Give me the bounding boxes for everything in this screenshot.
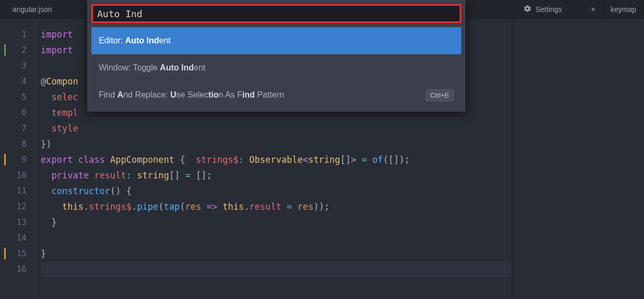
line-number: 15 [0,246,27,261]
tab-label: Settings [535,5,562,14]
line-number: 9 [0,152,27,168]
line-number: 2 [0,42,27,58]
command-palette-item[interactable]: Editor: Auto Indent [91,27,461,54]
line-number: 1 [0,27,27,42]
command-palette-item-label: Editor: Auto Indent [99,36,171,45]
command-palette-list: Editor: Auto IndentWindow: Toggle Auto I… [87,27,465,109]
command-palette-item-label: Window: Toggle Auto Indent [99,63,205,73]
tab-keymap[interactable]: keymap [603,0,644,19]
line-gutter: 12345678910111213141516 [0,19,36,299]
line-number: 5 [0,89,27,105]
command-palette-item-label: Find And Replace: Use Selection As Find … [99,90,284,100]
line-number: 14 [0,230,27,246]
line-number: 13 [0,214,27,230]
line-number: 3 [0,58,27,74]
right-empty-pane [512,19,644,299]
close-icon[interactable]: × [591,5,595,14]
line-number: 11 [0,183,27,199]
command-palette-item[interactable]: Find And Replace: Use Selection As Find … [91,81,461,109]
tab-label: keymap [611,5,636,14]
tab-settings[interactable]: Settings × [516,0,603,19]
line-number: 7 [0,121,27,136]
line-number: 16 [0,261,27,277]
command-palette: Editor: Auto IndentWindow: Toggle Auto I… [87,0,465,112]
line-number: 6 [0,105,27,121]
command-palette-item[interactable]: Window: Toggle Auto Indent [91,54,461,81]
keyboard-shortcut: Ctrl+E [426,89,454,101]
settings-icon [523,5,531,14]
line-number: 12 [0,199,27,214]
line-number: 8 [0,136,27,152]
command-palette-input[interactable] [91,4,461,23]
line-number: 4 [0,74,27,89]
line-number: 10 [0,168,27,183]
tab-angular-json[interactable]: angular.json [5,0,60,19]
tab-label: angular.json [13,5,52,14]
